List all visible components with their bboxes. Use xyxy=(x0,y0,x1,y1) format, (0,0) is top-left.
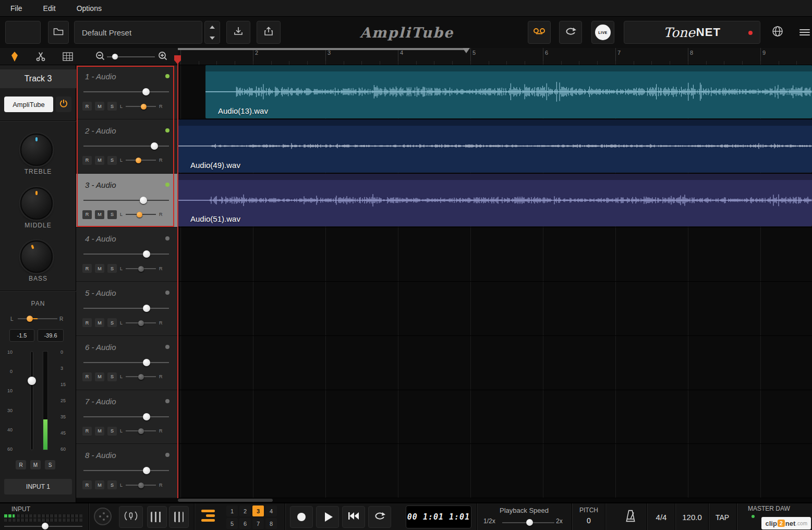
track-pan-knob[interactable] xyxy=(141,104,147,110)
track-record-arm-button[interactable]: R xyxy=(82,372,92,381)
audio-clip[interactable]: Audio(51).wav xyxy=(178,174,812,227)
timeline-ruler[interactable]: 23456789 xyxy=(178,48,812,65)
track-volume-slider[interactable] xyxy=(83,304,169,312)
track-pan-knob[interactable] xyxy=(136,158,141,163)
rewind-button[interactable] xyxy=(342,506,365,528)
preset-next-button[interactable] xyxy=(205,32,220,43)
menu-options[interactable]: Options xyxy=(77,4,102,13)
preset-field[interactable]: Default Preset xyxy=(74,21,202,44)
tonenet-button[interactable]: Tone NET xyxy=(624,21,760,44)
track-record-arm-button[interactable]: R xyxy=(82,156,92,165)
track-header[interactable]: 5 - Audio R M S L R xyxy=(76,282,177,336)
pitch-value[interactable]: 0 xyxy=(575,516,602,525)
loop-region-bar[interactable] xyxy=(178,48,467,50)
track-solo-button[interactable]: S xyxy=(107,264,117,273)
bank-button-5[interactable]: 5 xyxy=(226,518,238,529)
bass-knob[interactable] xyxy=(20,240,53,273)
preset-slot-button[interactable] xyxy=(5,21,41,44)
track-mute-button[interactable]: M xyxy=(95,427,104,436)
track-volume-slider[interactable] xyxy=(83,466,169,475)
input-gain-slider[interactable] xyxy=(4,523,82,530)
bank-button-4[interactable]: 4 xyxy=(265,505,277,516)
volume-value[interactable]: -39.6 xyxy=(38,329,64,342)
track-volume-slider[interactable] xyxy=(83,88,169,96)
track-volume-slider[interactable] xyxy=(83,250,169,258)
track-record-arm-button[interactable]: R xyxy=(82,102,92,111)
track-header[interactable]: 3 - Audio R M S L R xyxy=(76,174,177,228)
track-record-arm-button[interactable]: R xyxy=(82,264,92,273)
track-volume-knob[interactable] xyxy=(143,413,150,420)
track-pan-slider[interactable] xyxy=(126,266,156,272)
track-header[interactable]: 8 - Audio R M S L R xyxy=(76,444,177,498)
track-header[interactable]: 6 - Audio R M S L R xyxy=(76,336,177,390)
track-solo-button[interactable]: S xyxy=(107,102,117,111)
track-volume-slider[interactable] xyxy=(83,196,169,204)
solo-button[interactable]: S xyxy=(45,460,55,469)
recorder-button[interactable] xyxy=(528,21,551,44)
track-pan-knob[interactable] xyxy=(137,212,142,218)
main-menu-button[interactable] xyxy=(797,21,812,44)
input-gain-knob[interactable] xyxy=(42,523,49,529)
track-pan-slider[interactable] xyxy=(126,211,156,218)
scrollbar-thumb[interactable] xyxy=(178,499,273,502)
treble-knob[interactable] xyxy=(20,134,53,166)
track-pan-slider[interactable] xyxy=(126,103,156,110)
zoom-out-icon[interactable] xyxy=(95,51,105,63)
track-volume-knob[interactable] xyxy=(143,467,150,474)
track-lane[interactable] xyxy=(178,444,812,498)
track-volume-slider[interactable] xyxy=(83,413,169,421)
track-volume-knob[interactable] xyxy=(143,250,150,258)
track-pan-slider[interactable] xyxy=(126,428,156,434)
import-button[interactable] xyxy=(226,21,250,44)
zoom-in-icon[interactable] xyxy=(158,51,168,63)
track-mute-button[interactable]: M xyxy=(95,264,104,273)
middle-knob[interactable] xyxy=(20,187,53,220)
loop-toggle-button[interactable] xyxy=(368,506,391,528)
menu-edit[interactable]: Edit xyxy=(43,4,56,13)
track-header[interactable]: 4 - Audio R M S L R xyxy=(76,227,177,282)
track-header[interactable]: 2 - Audio R M S L R xyxy=(76,119,177,174)
audio-clip[interactable]: Audio(49).wav xyxy=(178,119,812,173)
track-pan-knob[interactable] xyxy=(138,266,144,272)
track-header[interactable]: 7 - Audio R M S L R xyxy=(76,390,177,444)
track-volume-slider[interactable] xyxy=(83,358,169,367)
input-select-button[interactable]: INPUT 1 xyxy=(4,479,72,495)
track-lane[interactable] xyxy=(178,282,812,336)
track-lane[interactable]: Audio(49).wav xyxy=(178,119,812,174)
track-volume-knob[interactable] xyxy=(151,142,158,150)
horizontal-scrollbar[interactable] xyxy=(178,498,812,502)
track-mute-button[interactable]: M xyxy=(95,102,104,111)
record-button[interactable] xyxy=(290,506,313,528)
track-record-arm-button[interactable]: R xyxy=(82,210,92,219)
metronome-button[interactable] xyxy=(620,506,641,528)
mute-button[interactable]: M xyxy=(30,460,41,469)
track-pan-slider[interactable] xyxy=(126,374,156,380)
audio-clip[interactable]: Audio(13).wav xyxy=(205,65,812,118)
pan-value[interactable]: -1.5 xyxy=(9,329,34,342)
track-pan-knob[interactable] xyxy=(138,428,144,434)
export-button[interactable] xyxy=(257,21,281,44)
track-volume-knob[interactable] xyxy=(143,359,150,366)
bank-button-3[interactable]: 3 xyxy=(252,505,264,516)
track-mute-button[interactable]: M xyxy=(95,210,104,219)
track-pan-slider[interactable] xyxy=(126,157,156,163)
track-mute-button[interactable]: M xyxy=(95,156,104,165)
track-lane[interactable] xyxy=(178,336,812,390)
playhead[interactable] xyxy=(177,55,178,498)
track-solo-button[interactable]: S xyxy=(107,372,117,381)
track-solo-button[interactable]: S xyxy=(107,427,117,436)
track-volume-knob[interactable] xyxy=(143,305,150,312)
pan-knob[interactable] xyxy=(27,316,33,322)
zoom-slider-knob[interactable] xyxy=(112,54,118,59)
track-record-arm-button[interactable]: R xyxy=(82,318,92,327)
track-header[interactable]: 1 - Audio R M S L R xyxy=(76,65,177,119)
drum-pad-icon[interactable] xyxy=(94,508,112,525)
tap-tempo-button[interactable]: TAP xyxy=(710,503,734,530)
track-mute-button[interactable]: M xyxy=(95,372,104,381)
time-signature[interactable]: 4/4 xyxy=(650,503,673,530)
track-mute-button[interactable]: M xyxy=(95,318,104,327)
track-mute-button[interactable]: M xyxy=(95,480,104,489)
looper-button[interactable] xyxy=(201,510,222,524)
channel-volume-knob[interactable] xyxy=(28,377,36,385)
open-folder-button[interactable] xyxy=(48,21,69,44)
